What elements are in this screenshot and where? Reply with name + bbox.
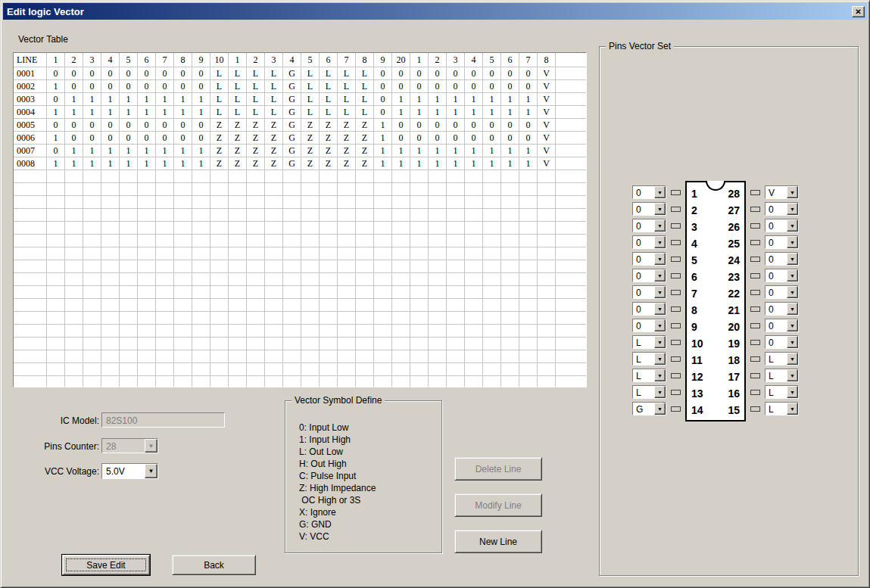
vcc-voltage-select[interactable]: 5.0V ▼ — [101, 463, 158, 479]
chevron-down-icon[interactable]: ▼ — [654, 269, 666, 282]
pin-4-select[interactable]: 0▼ — [632, 235, 666, 249]
empty-cell — [138, 363, 156, 376]
pin-25-select[interactable]: 0▼ — [765, 235, 799, 249]
chevron-down-icon[interactable]: ▼ — [654, 236, 666, 248]
pin-23-select[interactable]: 0▼ — [765, 269, 799, 282]
vector-table-row[interactable]: 0006100000000ZZZZGZZZZ100000000V — [14, 132, 586, 145]
chevron-down-icon[interactable]: ▼ — [787, 286, 798, 298]
pin-9-select[interactable]: 0▼ — [632, 319, 666, 332]
chevron-down-icon[interactable]: ▼ — [654, 319, 666, 331]
pin-14-select[interactable]: G▼ — [632, 402, 666, 415]
vector-table-row[interactable]: 0003011111111LLLLGLLLL011111111V — [14, 93, 586, 106]
pin-7-select[interactable]: 0▼ — [632, 285, 666, 299]
save-edit-button[interactable]: Save Edit — [62, 555, 150, 575]
pin-15-select[interactable]: L▼ — [765, 402, 799, 415]
vector-table[interactable]: LINE123456789101234567892012345678 00010… — [13, 52, 587, 387]
vector-value-cell: Z — [229, 119, 247, 132]
pins-counter-value: 28 — [102, 439, 145, 453]
vector-table-row[interactable]: 0007011111111ZZZZGZZZZ111111111V — [14, 145, 586, 157]
pin-2-select[interactable]: 0▼ — [632, 202, 666, 216]
chevron-down-icon[interactable]: ▼ — [145, 464, 157, 478]
pin-1-select[interactable]: 0▼ — [632, 185, 666, 199]
pin-8-select[interactable]: 0▼ — [632, 302, 666, 316]
chevron-down-icon[interactable]: ▼ — [654, 369, 666, 381]
chevron-down-icon[interactable]: ▼ — [654, 353, 666, 365]
empty-cell — [229, 338, 247, 350]
pin-26-select[interactable]: 0▼ — [765, 219, 799, 232]
new-line-button[interactable]: New Line — [454, 530, 542, 553]
pin-20-select[interactable]: 0▼ — [765, 319, 799, 332]
pin-6-select[interactable]: 0▼ — [632, 269, 666, 282]
vector-value-cell: L — [265, 67, 283, 80]
chevron-down-icon[interactable]: ▼ — [787, 236, 798, 248]
pin-stub-slot — [750, 219, 760, 232]
pin-19-select[interactable]: 0▼ — [765, 335, 799, 349]
chevron-down-icon[interactable]: ▼ — [787, 336, 798, 348]
vector-value-cell: 0 — [447, 119, 465, 132]
pin-10-select[interactable]: L▼ — [632, 335, 666, 349]
chevron-down-icon[interactable]: ▼ — [787, 369, 798, 381]
pin-5-select[interactable]: 0▼ — [632, 252, 666, 266]
chevron-down-icon[interactable]: ▼ — [787, 303, 798, 315]
empty-cell — [356, 222, 374, 235]
row-filler — [556, 67, 586, 80]
vector-value-cell: 0 — [410, 119, 429, 132]
chevron-down-icon[interactable]: ▼ — [787, 253, 798, 265]
chevron-down-icon[interactable]: ▼ — [654, 186, 666, 198]
chevron-down-icon[interactable]: ▼ — [787, 403, 798, 415]
vector-value-cell: 0 — [483, 80, 501, 93]
empty-cell — [138, 286, 156, 299]
ic-model-field[interactable]: 82S100 — [101, 412, 225, 428]
row-filler — [556, 376, 586, 387]
pin-11-select[interactable]: L▼ — [632, 352, 666, 366]
pin-stub-slot — [671, 185, 681, 199]
chevron-down-icon[interactable]: ▼ — [654, 386, 666, 398]
chevron-down-icon[interactable]: ▼ — [787, 203, 798, 215]
chevron-down-icon[interactable]: ▼ — [787, 269, 798, 282]
pin-stub — [750, 240, 760, 245]
back-button[interactable]: Back — [172, 555, 256, 575]
vector-table-row[interactable]: 0002100000000LLLLGLLLL000000000V — [14, 80, 586, 93]
chevron-down-icon[interactable]: ▼ — [654, 286, 666, 298]
close-button[interactable]: ✕ — [852, 6, 865, 17]
pin-16-select[interactable]: L▼ — [765, 385, 799, 399]
empty-cell — [538, 209, 556, 222]
empty-cell — [120, 299, 138, 312]
empty-table-row — [14, 325, 586, 338]
chevron-down-icon[interactable]: ▼ — [654, 403, 666, 415]
vector-table-row[interactable]: 0005000000000ZZZZGZZZZ100000000V — [14, 119, 586, 132]
vector-value-cell: 1 — [483, 145, 501, 157]
pin-13-select[interactable]: L▼ — [632, 385, 666, 399]
vector-value-cell: 1 — [120, 106, 138, 119]
vector-value-cell: 0 — [65, 132, 83, 145]
chevron-down-icon[interactable]: ▼ — [787, 353, 798, 365]
chevron-down-icon[interactable]: ▼ — [654, 303, 666, 315]
pin-24-select[interactable]: 0▼ — [765, 252, 799, 266]
empty-cell — [229, 376, 247, 387]
pin-21-select[interactable]: 0▼ — [765, 302, 799, 316]
chevron-down-icon[interactable]: ▼ — [654, 203, 666, 215]
chevron-down-icon[interactable]: ▼ — [787, 319, 798, 331]
chevron-down-icon[interactable]: ▼ — [654, 219, 666, 232]
vector-value-cell: 1 — [174, 157, 192, 170]
vector-value-cell: Z — [356, 119, 374, 132]
pin-27-select[interactable]: 0▼ — [765, 202, 799, 216]
vector-table-row[interactable]: 0004111111111LLLLGLLLL011111111V — [14, 106, 586, 119]
vector-value-cell: 1 — [65, 157, 83, 170]
chevron-down-icon[interactable]: ▼ — [654, 336, 666, 348]
chevron-down-icon[interactable]: ▼ — [787, 186, 798, 198]
pin-12-select[interactable]: L▼ — [632, 369, 666, 382]
vector-table-row[interactable]: 0008111111111ZZZZGZZZZ111111111V — [14, 157, 586, 170]
vector-table-row[interactable]: 0001000000000LLLLGLLLL000000000V — [14, 67, 586, 80]
pin-28-select[interactable]: V▼ — [765, 185, 799, 199]
pin-number-right: 16 — [728, 387, 740, 400]
pin-3-select[interactable]: 0▼ — [632, 219, 666, 232]
chevron-down-icon[interactable]: ▼ — [787, 386, 798, 398]
pin-17-select[interactable]: L▼ — [765, 369, 799, 382]
pin-22-select[interactable]: 0▼ — [765, 285, 799, 299]
vector-value-cell: 1 — [410, 157, 429, 170]
pin-18-select[interactable]: L▼ — [765, 352, 799, 366]
chevron-down-icon[interactable]: ▼ — [654, 253, 666, 265]
chevron-down-icon[interactable]: ▼ — [787, 219, 798, 232]
empty-cell — [83, 209, 101, 222]
